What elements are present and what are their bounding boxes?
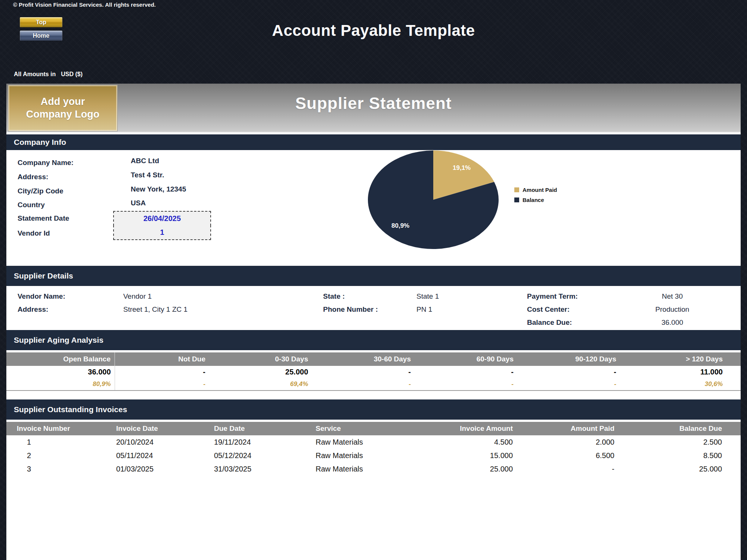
company-name-label: Company Name:: [18, 159, 74, 167]
aging-header-60-90: 60-90 Days: [415, 352, 517, 366]
invoice-cell-paid: 6.500: [517, 449, 618, 462]
legend-item-balance: Balance: [514, 197, 544, 203]
balance-due-value: 36.000: [635, 318, 710, 327]
aging-table: Open Balance Not Due 0-30 Days 30-60 Day…: [6, 352, 741, 391]
invoice-cell-date: 05/11/2024: [115, 449, 213, 462]
invoices-header-due-date: Due Date: [213, 422, 314, 435]
phone-number-label: Phone Number :: [323, 305, 378, 314]
legend-swatch-balance: [514, 197, 519, 202]
amounts-note-label: All Amounts in: [14, 71, 56, 77]
invoice-cell-balance: 25.000: [618, 462, 741, 476]
invoice-cell-amount: 25.000: [430, 462, 517, 476]
company-country-value: USA: [131, 199, 146, 207]
vendor-address-value: Street 1, City 1 ZC 1: [123, 305, 187, 314]
invoices-header-date: Invoice Date: [115, 422, 213, 435]
aging-value-cell: -: [312, 366, 415, 378]
company-cityzip-label: City/Zip Code: [18, 187, 63, 195]
statement-date-input[interactable]: 26/04/2025: [113, 211, 211, 226]
aging-percent-cell: -: [415, 378, 517, 391]
aging-header-row: Open Balance Not Due 0-30 Days 30-60 Day…: [6, 352, 741, 366]
pie-label-amount-paid: 19,1%: [453, 164, 471, 171]
company-cityzip-value: New York, 12345: [131, 185, 186, 193]
aging-percent-cell: -: [517, 378, 620, 391]
payment-term-label: Payment Term:: [527, 292, 578, 301]
invoice-cell-amount: 4.500: [430, 435, 517, 449]
copyright-text: © Profit Vision Financial Services. All …: [13, 1, 156, 8]
aging-value-cell: -: [115, 366, 209, 378]
amount-paid-balance-pie-chart: 19,1% 80,9%: [347, 146, 519, 254]
vendor-address-label: Address:: [18, 305, 48, 314]
invoice-cell-paid: -: [517, 462, 618, 476]
section-supplier-details: Supplier Details: [6, 266, 741, 286]
invoice-cell-balance: 2.500: [618, 435, 741, 449]
aging-percent-cell: -: [115, 378, 209, 391]
invoice-cell-due-date: 31/03/2025: [213, 462, 314, 476]
aging-header-30-60: 30-60 Days: [312, 352, 415, 366]
vendor-name-label: Vendor Name:: [18, 292, 65, 301]
aging-percent-cell: 80,9%: [6, 378, 115, 391]
aging-percents-row: 80,9% - 69,4% - - - 30,6%: [6, 378, 741, 391]
balance-due-label: Balance Due:: [527, 318, 572, 327]
aging-value-cell: 25.000: [209, 366, 312, 378]
invoice-row: 2 05/11/2024 05/12/2024 Raw Materials 15…: [6, 449, 741, 462]
legend-item-amount-paid: Amount Paid: [514, 187, 557, 193]
aging-value-cell: 36.000: [6, 366, 115, 378]
page-title: Account Payable Template: [0, 22, 747, 40]
invoice-cell-due-date: 19/11/2024: [213, 435, 314, 449]
invoice-cell-date: 20/10/2024: [115, 435, 213, 449]
invoice-cell-service: Raw Materials: [314, 449, 430, 462]
legend-label-balance: Balance: [523, 197, 544, 203]
company-logo-placeholder[interactable]: Add your Company Logo: [8, 85, 118, 131]
vendor-id-input[interactable]: 1: [113, 225, 211, 240]
aging-value-cell: 11.000: [620, 366, 741, 378]
invoices-table: Invoice Number Invoice Date Due Date Ser…: [6, 422, 741, 476]
logo-text-line1: Add your: [41, 96, 85, 108]
invoice-cell-number: 3: [6, 462, 115, 476]
vendor-id-label: Vendor Id: [18, 229, 50, 237]
invoices-header-amount: Invoice Amount: [430, 422, 517, 435]
amounts-note: All Amounts inUSD ($): [14, 71, 83, 78]
aging-percent-cell: -: [312, 378, 415, 391]
vendor-name-value: Vendor 1: [123, 292, 152, 301]
phone-number-value: PN 1: [416, 305, 432, 314]
invoice-cell-number: 2: [6, 449, 115, 462]
company-address-value: Test 4 Str.: [131, 171, 164, 179]
invoices-header-service: Service: [314, 422, 430, 435]
invoice-cell-service: Raw Materials: [314, 435, 430, 449]
currency-label: USD ($): [61, 71, 83, 77]
aging-value-cell: -: [517, 366, 620, 378]
legend-swatch-amount-paid: [514, 187, 519, 192]
aging-header-not-due: Not Due: [115, 352, 209, 366]
aging-percent-cell: 30,6%: [620, 378, 741, 391]
invoice-cell-service: Raw Materials: [314, 462, 430, 476]
section-outstanding-invoices: Supplier Outstanding Invoices: [6, 399, 741, 420]
state-label: State :: [323, 292, 345, 301]
aging-header-0-30: 0-30 Days: [209, 352, 312, 366]
payment-term-value: Net 30: [635, 292, 710, 301]
invoice-row: 3 01/03/2025 31/03/2025 Raw Materials 25…: [6, 462, 741, 476]
state-value: State 1: [416, 292, 439, 301]
invoice-cell-balance: 8.500: [618, 449, 741, 462]
aging-values-row: 36.000 - 25.000 - - - 11.000: [6, 366, 741, 378]
legend-label-amount-paid: Amount Paid: [523, 187, 557, 193]
invoice-cell-number: 1: [6, 435, 115, 449]
aging-value-cell: -: [415, 366, 517, 378]
invoices-header-number: Invoice Number: [6, 422, 115, 435]
company-country-label: Country: [18, 201, 45, 209]
invoice-cell-date: 01/03/2025: [115, 462, 213, 476]
invoice-cell-paid: 2.000: [517, 435, 618, 449]
aging-header-over-120: > 120 Days: [620, 352, 741, 366]
aging-header-90-120: 90-120 Days: [517, 352, 620, 366]
invoices-header-paid: Amount Paid: [517, 422, 618, 435]
company-address-label: Address:: [18, 173, 48, 181]
invoices-header-row: Invoice Number Invoice Date Due Date Ser…: [6, 422, 741, 435]
invoice-cell-due-date: 05/12/2024: [213, 449, 314, 462]
statement-date-label: Statement Date: [18, 214, 69, 223]
invoice-row: 1 20/10/2024 19/11/2024 Raw Materials 4.…: [6, 435, 741, 449]
section-aging-analysis: Supplier Aging Analysis: [6, 330, 741, 350]
invoices-header-balance: Balance Due: [618, 422, 741, 435]
invoice-cell-amount: 15.000: [430, 449, 517, 462]
aging-percent-cell: 69,4%: [209, 378, 312, 391]
company-name-value: ABC Ltd: [131, 157, 159, 165]
logo-text-line2: Company Logo: [26, 108, 100, 121]
